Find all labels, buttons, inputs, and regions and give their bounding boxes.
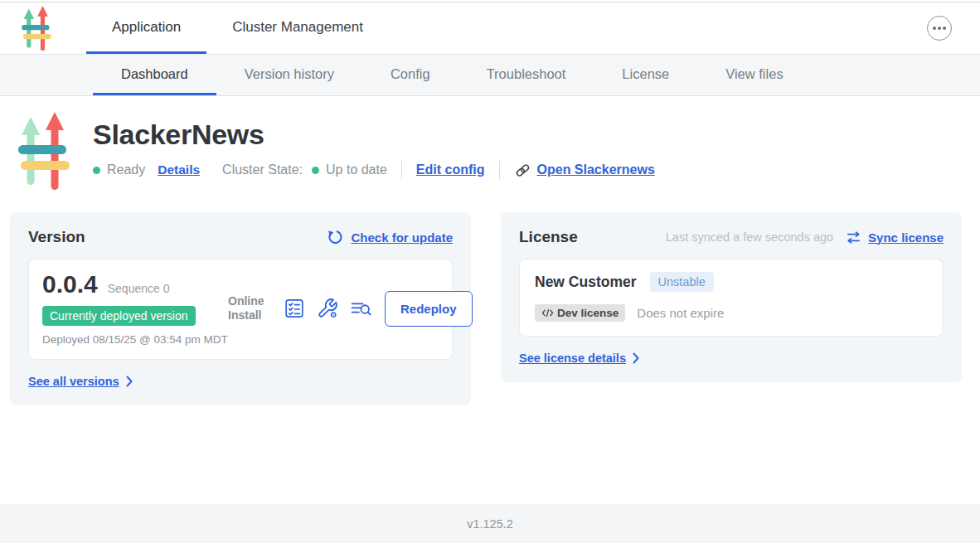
see-all-versions-link[interactable]: See all versions <box>28 375 133 388</box>
divider <box>401 161 402 179</box>
chevron-right-icon <box>126 376 133 387</box>
channel-badge: Unstable <box>650 272 714 292</box>
app-logo[interactable] <box>22 6 51 51</box>
cluster-state-dot <box>312 167 319 174</box>
redeploy-button[interactable]: Redeploy <box>385 291 473 327</box>
console-version: v1.125.2 <box>467 517 513 531</box>
version-number: 0.0.4 <box>42 270 98 298</box>
license-type-badge: Dev license <box>535 304 625 322</box>
sequence-label: Sequence 0 <box>108 282 170 295</box>
tab-cluster-management[interactable]: Cluster Management <box>206 2 389 54</box>
install-type-label: Online Install <box>228 294 271 323</box>
app-header: SlackerNews Ready Details Cluster State:… <box>0 96 980 190</box>
license-expiration: Does not expire <box>637 306 724 320</box>
refresh-icon <box>327 229 343 245</box>
license-card-title: License <box>519 228 578 246</box>
tab-troubleshoot[interactable]: Troubleshoot <box>458 55 594 95</box>
tab-view-files[interactable]: View files <box>697 55 811 95</box>
preflight-checks-button[interactable] <box>284 298 305 319</box>
cluster-state-label: Cluster State: <box>222 162 303 177</box>
version-card-title: Version <box>28 228 85 246</box>
ready-status-dot <box>93 167 100 174</box>
deploy-logs-button[interactable] <box>350 299 372 318</box>
tab-version-history[interactable]: Version history <box>216 55 362 95</box>
view-config-button[interactable] <box>317 298 338 319</box>
customer-name: New Customer <box>535 274 637 291</box>
page-title: SlackerNews <box>93 119 655 151</box>
see-all-versions-label: See all versions <box>28 375 119 388</box>
app-subnav: Dashboard Version history Config Trouble… <box>0 55 980 96</box>
see-license-details-link[interactable]: See license details <box>519 351 639 365</box>
checklist-icon <box>284 298 305 319</box>
ready-status-label: Ready <box>107 162 145 177</box>
arrows-hash-logo-icon <box>22 6 51 51</box>
ellipsis-icon <box>933 27 936 30</box>
top-tabs: Application Cluster Management <box>86 2 389 54</box>
license-type-label: Dev license <box>557 307 619 319</box>
tab-application[interactable]: Application <box>86 2 206 54</box>
version-card: Version Check for update 0.0.4 Sequence … <box>10 212 471 405</box>
more-options-button[interactable] <box>927 16 952 41</box>
dashboard-cards: Version Check for update 0.0.4 Sequence … <box>10 212 970 405</box>
tab-application-label: Application <box>112 19 181 36</box>
open-app-link-label: Open Slackernews <box>537 162 655 177</box>
status-details-link[interactable]: Details <box>158 162 200 177</box>
tab-license[interactable]: License <box>594 55 697 95</box>
license-details-panel: New Customer Unstable Dev license Does n… <box>519 259 944 337</box>
chain-link-icon <box>514 162 531 179</box>
current-version-panel: 0.0.4 Sequence 0 Currently deployed vers… <box>28 259 453 360</box>
deployed-timestamp: Deployed 08/15/25 @ 03:54 pm MDT <box>42 332 228 347</box>
tab-config[interactable]: Config <box>362 55 458 95</box>
edit-config-link[interactable]: Edit config <box>416 162 485 177</box>
lines-magnifier-icon <box>350 299 372 318</box>
open-app-link[interactable]: Open Slackernews <box>514 162 655 179</box>
see-license-details-label: See license details <box>519 351 626 365</box>
sync-license-link[interactable]: Sync license <box>868 230 944 245</box>
app-status-row: Ready Details Cluster State: Up to date … <box>93 161 655 179</box>
last-synced-label: Last synced a few seconds ago <box>666 230 833 244</box>
divider <box>499 161 500 179</box>
wrench-gear-icon <box>317 298 338 319</box>
app-hero-icon <box>18 112 70 190</box>
tab-dashboard[interactable]: Dashboard <box>93 55 216 95</box>
tab-cluster-management-label: Cluster Management <box>232 19 363 36</box>
license-card: License Last synced a few seconds ago Sy… <box>501 212 962 382</box>
sync-arrows-icon <box>846 230 861 245</box>
footer: v1.125.2 <box>0 504 980 543</box>
check-for-update-link[interactable]: Check for update <box>351 230 453 245</box>
deployed-status-badge: Currently deployed version <box>42 306 196 326</box>
chevron-right-icon <box>633 352 639 364</box>
code-brackets-icon <box>541 308 554 318</box>
top-navbar: Application Cluster Management <box>0 2 980 55</box>
cluster-state-value: Up to date <box>326 162 387 177</box>
